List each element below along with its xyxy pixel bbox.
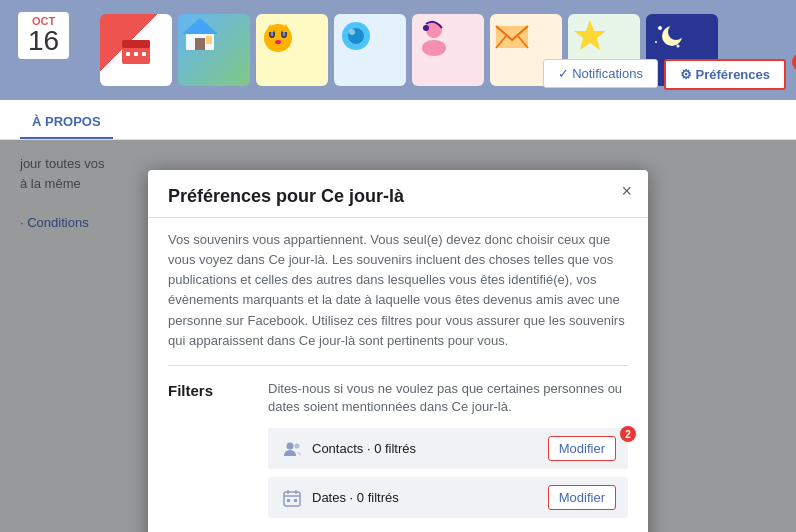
preferences-modal: Préférences pour Ce jour-là × Vos souven… [148,170,648,532]
date-block: OCT 16 [18,12,69,59]
svg-rect-4 [142,52,146,56]
svg-point-33 [295,443,300,448]
filters-description: Dites-nous si vous ne voulez pas que cer… [268,380,628,416]
badge-2: 2 [620,426,636,442]
modal-description: Vos souvenirs vous appartiennent. Vous s… [168,230,628,351]
contacts-filter-text: Contacts · 0 filtrés [312,441,548,456]
modal-body: Vos souvenirs vous appartiennent. Vous s… [148,218,648,532]
memory-card-2 [178,14,250,86]
memory-card-5 [412,14,484,86]
contacts-icon [280,437,304,461]
notifications-wrapper: ✓ Notifications [543,59,658,90]
preferences-wrapper: ⚙ Préférences 1 [664,59,786,90]
filters-label: Filters [168,380,238,526]
svg-point-22 [423,25,429,31]
filters-content: Dites-nous si vous ne voulez pas que cer… [268,380,628,526]
svg-point-21 [422,40,446,56]
contacts-filter-row: Contacts · 0 filtrés Modifier 2 [268,428,628,469]
header-banner: OCT 16 [0,0,796,100]
svg-point-30 [677,45,680,48]
svg-point-13 [283,32,286,37]
svg-rect-34 [284,492,300,506]
svg-point-28 [668,24,684,40]
dates-icon [280,486,304,510]
day-label: 16 [28,27,59,55]
top-nav: ✓ Notifications ⚙ Préférences 1 [543,59,786,90]
svg-point-29 [658,26,662,30]
modal-header: Préférences pour Ce jour-là × [148,170,648,218]
svg-rect-8 [206,36,212,44]
svg-point-14 [275,40,281,44]
content-area: jour toutes vos à la même · Conditions P… [0,140,796,532]
modal-close-button[interactable]: × [621,182,632,200]
contacts-modifier-button[interactable]: Modifier [548,436,616,461]
svg-marker-6 [182,18,218,34]
svg-rect-38 [287,499,290,502]
tab-about[interactable]: À PROPOS [20,106,113,139]
tab-bar: À PROPOS [0,100,796,140]
svg-rect-1 [122,40,150,48]
svg-marker-26 [574,20,606,50]
memory-card-1 [100,14,172,86]
memory-card-4 [334,14,406,86]
svg-rect-2 [126,52,130,56]
svg-rect-7 [195,38,205,50]
modal-overlay: Préférences pour Ce jour-là × Vos souven… [0,140,796,532]
svg-point-12 [271,32,274,37]
svg-point-32 [287,442,294,449]
notifications-button[interactable]: ✓ Notifications [543,59,658,88]
modal-separator [168,365,628,366]
memory-card-3 [256,14,328,86]
filters-section: Filters Dites-nous si vous ne voulez pas… [168,380,628,526]
dates-filter-text: Dates · 0 filtrés [312,490,548,505]
svg-point-19 [349,29,355,35]
modal-title: Préférences pour Ce jour-là [168,186,628,207]
svg-rect-39 [294,499,297,502]
svg-point-31 [655,41,657,43]
svg-rect-3 [134,52,138,56]
dates-filter-row: Dates · 0 filtrés Modifier [268,477,628,518]
preferences-button[interactable]: ⚙ Préférences [664,59,786,90]
dates-modifier-button[interactable]: Modifier [548,485,616,510]
